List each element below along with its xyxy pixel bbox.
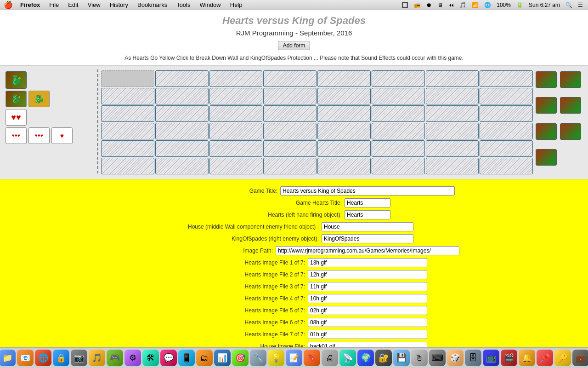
grid-cell-3-1[interactable] (155, 123, 209, 139)
grid-cell-5-6[interactable] (426, 158, 479, 174)
grid-cell-3-4[interactable] (317, 123, 371, 139)
grid-cell-1-2[interactable] (209, 88, 263, 104)
dock-icon-26[interactable]: 🖱 (411, 350, 428, 366)
dock-icon-28[interactable]: 🎲 (447, 350, 464, 366)
grid-cell-4-2[interactable] (209, 140, 263, 157)
grid-cell-2-1[interactable] (155, 105, 209, 122)
dock-icon-24[interactable]: 🔐 (375, 350, 392, 366)
grid-cell-1-6[interactable] (426, 88, 479, 104)
dock-icon-15[interactable]: 📊 (214, 350, 231, 366)
card-small-2a[interactable]: 🐉 (6, 91, 27, 107)
grid-cell-1-7[interactable] (480, 88, 533, 104)
grid-cell-1-3[interactable] (263, 88, 317, 104)
dragon-card-1[interactable]: 🐉 (6, 71, 27, 89)
grid-cell-5-4[interactable] (317, 158, 371, 174)
grid-cell-1-4[interactable] (317, 88, 371, 104)
dock-icon-4[interactable]: 📧 (17, 350, 34, 366)
dock-icon-18[interactable]: 💡 (268, 350, 284, 366)
dock-icon-33[interactable]: 📌 (537, 350, 553, 366)
enemy-card-4a[interactable] (536, 149, 557, 166)
game-title-input[interactable] (280, 186, 455, 196)
hearts-file-input-3[interactable] (308, 282, 427, 291)
king-input[interactable] (322, 234, 413, 243)
grid-cell-4-6[interactable] (426, 140, 479, 157)
enemy-card-2a[interactable] (536, 97, 557, 114)
grid-cell-5-5[interactable] (372, 158, 425, 174)
hearts-file-input-5[interactable] (308, 306, 427, 315)
grid-cell-4-7[interactable] (480, 140, 533, 157)
grid-cell-5-0[interactable] (101, 158, 154, 174)
grid-cell-3-2[interactable] (209, 123, 263, 139)
menu-file[interactable]: File (45, 0, 62, 10)
menu-bookmarks[interactable]: Bookmarks (134, 0, 171, 10)
grid-cell-1-5[interactable] (372, 88, 425, 104)
add-form-button[interactable]: Add form (278, 41, 311, 50)
menu-help[interactable]: Help (226, 0, 246, 10)
hearts-file-input-1[interactable] (308, 258, 427, 267)
menu-history[interactable]: History (106, 0, 132, 10)
dock-icon-14[interactable]: 🗂 (196, 350, 213, 366)
card-small-2b[interactable]: 🐉 (28, 91, 50, 107)
game-hearts-title-input[interactable] (345, 198, 390, 207)
grid-cell-0-5[interactable] (372, 70, 425, 87)
grid-cell-3-5[interactable] (372, 123, 425, 139)
grid-cell-0-4[interactable] (317, 70, 371, 87)
dock-icon-35[interactable]: 💼 (572, 350, 588, 366)
grid-cell-0-7[interactable] (480, 70, 533, 87)
grid-cell-2-0[interactable] (101, 105, 154, 122)
grid-cell-2-6[interactable] (426, 105, 479, 122)
hearts-card-4a[interactable]: ♥♥♥ (6, 127, 27, 144)
grid-cell-1-0[interactable] (101, 88, 154, 104)
dock-icon-17[interactable]: 🔧 (250, 350, 266, 366)
dock-icon-10[interactable]: ⚙ (124, 350, 141, 366)
grid-cell-0-3[interactable] (263, 70, 317, 87)
dock-icon-22[interactable]: 📡 (339, 350, 356, 366)
dock-icon-8[interactable]: 🎵 (89, 350, 105, 366)
enemy-card-3a[interactable] (536, 123, 557, 140)
enemy-card-3b[interactable] (560, 123, 581, 140)
dock-icon-21[interactable]: 🖨 (322, 350, 338, 366)
grid-cell-5-7[interactable] (480, 158, 533, 174)
grid-cell-3-7[interactable] (480, 123, 533, 139)
hearts-input[interactable] (345, 210, 390, 219)
grid-cell-4-0[interactable] (101, 140, 154, 157)
dock-icon-19[interactable]: 📝 (286, 350, 302, 366)
grid-cell-4-1[interactable] (155, 140, 209, 157)
grid-cell-0-1[interactable] (155, 70, 209, 87)
dock-icon-13[interactable]: 📱 (178, 350, 195, 366)
dock-icon-11[interactable]: 🛠 (142, 350, 159, 366)
menu-view[interactable]: View (84, 0, 104, 10)
dock-icon-31[interactable]: 🎬 (501, 350, 517, 366)
grid-cell-0-0[interactable] (101, 70, 154, 87)
grid-cell-4-4[interactable] (317, 140, 371, 157)
grid-cell-3-0[interactable] (101, 123, 154, 139)
dock-icon-16[interactable]: 🎯 (232, 350, 249, 366)
grid-cell-2-7[interactable] (480, 105, 533, 122)
grid-cell-0-2[interactable] (209, 70, 263, 87)
dock-icon-23[interactable]: 🌍 (357, 350, 374, 366)
dock-icon-6[interactable]: 🔒 (53, 350, 69, 366)
card-grid[interactable] (100, 69, 534, 175)
dock-icon-30[interactable]: 📺 (483, 350, 499, 366)
grid-cell-2-4[interactable] (317, 105, 371, 122)
dock-icon-12[interactable]: 💬 (160, 350, 177, 366)
grid-cell-0-6[interactable] (426, 70, 479, 87)
dock-icon-3[interactable]: 📁 (0, 350, 16, 366)
enemy-card-2b[interactable] (560, 97, 581, 114)
grid-cell-4-5[interactable] (372, 140, 425, 157)
hearts-card-3[interactable]: ♥♥ (6, 109, 27, 126)
menu-edit[interactable]: Edit (64, 0, 82, 10)
dock-icon-25[interactable]: 💾 (393, 350, 410, 366)
grid-cell-1-1[interactable] (155, 88, 209, 104)
menu-window[interactable]: Window (196, 0, 225, 10)
house-input[interactable] (322, 222, 413, 231)
dock-icon-32[interactable]: 🔔 (519, 350, 535, 366)
dock-icon-29[interactable]: 🗄 (465, 350, 481, 366)
menu-firefox[interactable]: Firefox (17, 0, 44, 10)
grid-cell-3-6[interactable] (426, 123, 479, 139)
dock-icon-7[interactable]: 📷 (71, 350, 87, 366)
grid-cell-5-3[interactable] (263, 158, 317, 174)
grid-cell-5-1[interactable] (155, 158, 209, 174)
dock-icon-20[interactable]: 🔖 (304, 350, 320, 366)
hearts-file-input-2[interactable] (308, 270, 427, 279)
